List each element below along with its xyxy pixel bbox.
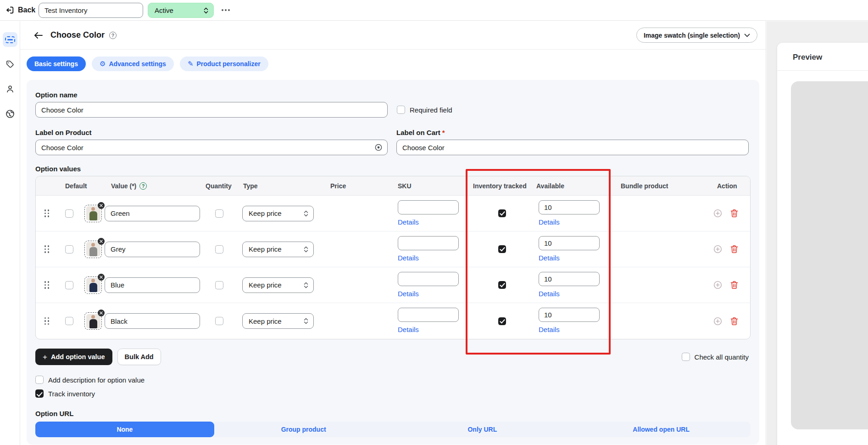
inventory-tracked-checkbox[interactable]	[498, 209, 506, 217]
sku-input[interactable]	[398, 272, 459, 286]
value-image-swatch[interactable]	[84, 241, 102, 258]
add-bundle-icon[interactable]	[713, 281, 722, 289]
price-type-select[interactable]: Keep price	[242, 313, 314, 329]
drag-handle[interactable]	[36, 267, 58, 303]
quantity-checkbox[interactable]	[215, 245, 223, 253]
product-name-input[interactable]: Test Inventory	[39, 3, 143, 18]
remove-image-icon[interactable]	[98, 310, 105, 316]
drag-handle-icon	[45, 281, 50, 289]
value-image-swatch[interactable]	[84, 205, 102, 222]
sidebar	[0, 21, 20, 445]
visibility-target-icon[interactable]	[374, 143, 383, 152]
default-checkbox[interactable]	[65, 281, 73, 289]
add-bundle-icon[interactable]	[713, 317, 722, 326]
inventory-tracked-checkbox[interactable]	[498, 317, 506, 325]
value-name-input[interactable]: Grey	[105, 242, 200, 257]
track-inventory-checkbox[interactable]	[35, 389, 44, 398]
value-image-swatch[interactable]	[84, 276, 102, 294]
sku-input[interactable]	[398, 200, 459, 214]
tab-product-personalizer[interactable]: ✎ Product personalizer	[180, 56, 268, 71]
price-type-select[interactable]: Keep price	[242, 206, 314, 221]
price-type-select[interactable]: Keep price	[242, 242, 314, 257]
default-checkbox[interactable]	[65, 317, 73, 325]
inventory-tracked-checkbox[interactable]	[498, 245, 506, 253]
available-details-link[interactable]: Details	[539, 326, 560, 333]
quantity-checkbox[interactable]	[215, 209, 223, 218]
available-details-link[interactable]: Details	[539, 218, 560, 226]
delete-trash-icon[interactable]	[730, 317, 738, 326]
sku-details-link[interactable]: Details	[398, 254, 419, 262]
check-all-quantity-checkbox[interactable]	[682, 353, 690, 361]
default-checkbox[interactable]	[65, 209, 73, 218]
label-on-product-label: Label on Product	[35, 129, 388, 136]
sku-input[interactable]	[398, 308, 459, 322]
status-select[interactable]: Active	[148, 3, 214, 18]
option-name-input[interactable]: Choose Color	[35, 102, 388, 118]
sidebar-item-customers[interactable]	[3, 82, 17, 96]
col-header-sku: SKU	[389, 182, 467, 190]
option-url-allowed-open-url[interactable]: Allowed open URL	[572, 422, 751, 437]
sidebar-item-globe[interactable]	[3, 107, 17, 121]
option-values-label: Option values	[35, 165, 751, 173]
label-on-cart-input[interactable]: Choose Color	[396, 140, 749, 155]
add-bundle-icon[interactable]	[713, 209, 722, 218]
label-on-product-input[interactable]: Choose Color	[35, 140, 388, 155]
add-description-checkbox[interactable]	[35, 376, 44, 384]
sku-input[interactable]	[398, 236, 459, 250]
tab-basic-settings[interactable]: Basic settings	[27, 56, 86, 71]
value-name-input[interactable]: Black	[105, 313, 200, 329]
price-type-select[interactable]: Keep price	[242, 277, 314, 293]
value-image-swatch[interactable]	[84, 312, 102, 330]
preview-title: Preview	[777, 43, 868, 70]
help-icon[interactable]: ?	[109, 32, 117, 39]
price-type-value: Keep price	[249, 281, 282, 289]
delete-trash-icon[interactable]	[730, 281, 738, 289]
value-help-icon[interactable]: ?	[139, 182, 147, 190]
option-url-none[interactable]: None	[35, 422, 214, 437]
default-checkbox[interactable]	[65, 245, 73, 253]
add-bundle-icon[interactable]	[713, 245, 722, 253]
sku-details-link[interactable]: Details	[398, 218, 419, 226]
remove-image-icon[interactable]	[98, 274, 105, 281]
option-url-only-url[interactable]: Only URL	[393, 422, 572, 437]
drag-handle[interactable]	[36, 196, 58, 231]
option-url-group-product[interactable]: Group product	[214, 422, 393, 437]
bundle-product-cell	[605, 303, 706, 339]
quantity-checkbox[interactable]	[215, 281, 223, 289]
available-input[interactable]: 10	[539, 236, 600, 250]
back-arrow-icon[interactable]	[34, 32, 43, 39]
option-display-type-select[interactable]: Image swatch (single selection)	[636, 28, 757, 43]
sidebar-item-options[interactable]	[3, 32, 17, 47]
sidebar-item-tags[interactable]	[3, 57, 17, 72]
remove-image-icon[interactable]	[98, 202, 105, 209]
user-icon	[6, 84, 15, 94]
label-on-cart-label: Label on Cart *	[396, 129, 749, 136]
available-input[interactable]: 10	[539, 308, 600, 322]
drag-handle[interactable]	[36, 231, 58, 267]
available-input[interactable]: 10	[539, 200, 600, 214]
add-description-label: Add description for option value	[48, 376, 145, 384]
required-field-checkbox[interactable]	[397, 106, 405, 114]
quantity-checkbox[interactable]	[215, 317, 223, 325]
more-actions-button[interactable]	[219, 4, 233, 17]
value-name-input[interactable]: Blue	[105, 277, 200, 293]
drag-handle[interactable]	[36, 303, 58, 339]
price-type-value: Keep price	[249, 209, 282, 217]
remove-image-icon[interactable]	[98, 238, 105, 245]
tab-product-personalizer-label: Product personalizer	[196, 60, 260, 68]
tab-advanced-settings[interactable]: ⚙ Advanced settings	[92, 56, 174, 71]
delete-trash-icon[interactable]	[730, 245, 738, 253]
back-button[interactable]: Back	[6, 6, 35, 15]
available-details-link[interactable]: Details	[539, 254, 560, 262]
available-details-link[interactable]: Details	[539, 290, 560, 298]
bulk-add-button[interactable]: Bulk Add	[117, 349, 161, 365]
add-option-value-button[interactable]: + Add option value	[35, 349, 112, 365]
sku-details-link[interactable]: Details	[398, 290, 419, 298]
inventory-tracked-checkbox[interactable]	[498, 281, 506, 289]
delete-trash-icon[interactable]	[730, 209, 738, 218]
table-row: Green Keep price Details 10 Details	[36, 196, 750, 231]
back-label: Back	[18, 6, 35, 14]
available-input[interactable]: 10	[539, 272, 600, 286]
value-name-input[interactable]: Green	[105, 206, 200, 221]
sku-details-link[interactable]: Details	[398, 326, 419, 333]
